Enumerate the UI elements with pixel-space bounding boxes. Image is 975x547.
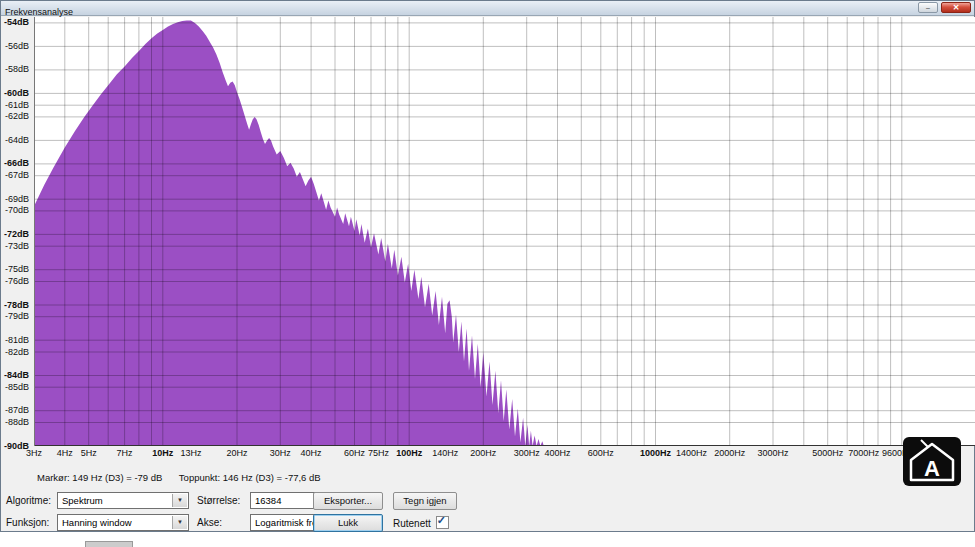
- status-bar: Markør: 149 Hz (D3) = -79 dB Toppunkt: 1…: [37, 472, 335, 483]
- grid-checkbox-group: Rutenett✓: [393, 516, 449, 529]
- x-tick-label: 2000Hz: [714, 448, 745, 458]
- function-select[interactable]: Hanning window ▼: [57, 514, 189, 531]
- x-tick-label: 7Hz: [117, 448, 133, 458]
- export-button[interactable]: Eksporter...: [313, 492, 383, 510]
- y-tick-label: -69dB: [5, 195, 29, 204]
- y-tick-label: -78dB: [4, 301, 29, 310]
- function-value: Hanning window: [58, 515, 188, 530]
- algorithm-value: Spektrum: [58, 493, 188, 508]
- close-dialog-button[interactable]: Lukk: [313, 514, 383, 532]
- y-tick-label: -70dB: [5, 206, 29, 215]
- y-tick-label: -62dB: [5, 112, 29, 121]
- frequency-analysis-dialog: Frekvensanalyse – ✕ -54dB-56dB-58dB-60dB…: [0, 0, 975, 532]
- redraw-button[interactable]: Tegn igjen: [393, 492, 457, 510]
- x-tick-label: 3000Hz: [757, 448, 788, 458]
- function-label: Funksjon:: [6, 517, 49, 528]
- cursor-readout: Markør: 149 Hz (D3) = -79 dB: [37, 472, 162, 483]
- y-tick-label: -60dB: [4, 89, 29, 98]
- y-tick-label: -54dB: [4, 18, 29, 27]
- x-tick-label: 75Hz: [368, 448, 389, 458]
- y-tick-label: -85dB: [5, 383, 29, 392]
- x-tick-label: 400Hz: [544, 448, 570, 458]
- taskbar-fragment: [85, 541, 133, 547]
- algorithm-label: Algoritme:: [6, 495, 51, 506]
- axis-type-label: Akse:: [197, 517, 222, 528]
- close-icon[interactable]: ✕: [941, 2, 971, 13]
- x-tick-label: 10Hz: [152, 448, 173, 458]
- x-tick-label: 7000Hz: [848, 448, 879, 458]
- y-tick-label: -88dB: [5, 418, 29, 427]
- x-tick-label: 13Hz: [180, 448, 201, 458]
- logo-overlay: A: [903, 437, 961, 486]
- y-tick-label: -87dB: [5, 406, 29, 415]
- x-tick-label: 5000Hz: [812, 448, 843, 458]
- x-tick-label: 4Hz: [57, 448, 73, 458]
- size-label: Størrelse:: [197, 495, 240, 506]
- x-tick-label: 20Hz: [226, 448, 247, 458]
- y-tick-label: -79dB: [5, 312, 29, 321]
- x-tick-label: 60Hz: [344, 448, 365, 458]
- x-tick-label: 200Hz: [470, 448, 496, 458]
- chevron-down-icon: ▼: [172, 494, 187, 507]
- y-tick-label: -84dB: [4, 371, 29, 380]
- grid-checkbox-label: Rutenett: [393, 518, 431, 529]
- y-tick-label: -76dB: [5, 277, 29, 286]
- y-tick-label: -81dB: [5, 336, 29, 345]
- x-tick-label: 3Hz: [26, 448, 42, 458]
- x-tick-label: 30Hz: [270, 448, 291, 458]
- x-tick-label: 1000Hz: [640, 448, 671, 458]
- algorithm-select[interactable]: Spektrum ▼: [57, 492, 189, 509]
- spectrum-chart[interactable]: [34, 17, 975, 446]
- y-tick-label: -82dB: [5, 348, 29, 357]
- house-icon: A: [903, 437, 961, 486]
- y-tick-label: -64dB: [5, 136, 29, 145]
- x-axis-labels: 3Hz4Hz5Hz7Hz10Hz13Hz20Hz30Hz40Hz60Hz75Hz…: [34, 448, 975, 460]
- window-titlebar[interactable]: Frekvensanalyse – ✕: [1, 1, 974, 16]
- y-tick-label: -66dB: [4, 159, 29, 168]
- x-tick-label: 40Hz: [301, 448, 322, 458]
- minimize-button[interactable]: –: [918, 2, 938, 13]
- x-tick-label: 100Hz: [396, 448, 422, 458]
- chevron-down-icon: ▼: [172, 516, 187, 529]
- y-axis-labels: -54dB-56dB-58dB-60dB-61dB-62dB-64dB-66dB…: [1, 17, 31, 446]
- x-tick-label: 300Hz: [514, 448, 540, 458]
- y-tick-label: -73dB: [5, 242, 29, 251]
- y-tick-label: -67dB: [5, 171, 29, 180]
- x-tick-label: 600Hz: [588, 448, 614, 458]
- y-tick-label: -72dB: [4, 230, 29, 239]
- x-tick-label: 1400Hz: [676, 448, 707, 458]
- desktop-strip: [0, 532, 975, 547]
- y-tick-label: -56dB: [5, 42, 29, 51]
- grid-checkbox[interactable]: ✓: [436, 516, 449, 529]
- x-tick-label: 140Hz: [432, 448, 458, 458]
- peak-readout: Toppunkt: 146 Hz (D3) = -77,6 dB: [179, 472, 321, 483]
- x-tick-label: 5Hz: [81, 448, 97, 458]
- check-icon: ✓: [437, 514, 446, 527]
- y-tick-label: -61dB: [5, 101, 29, 110]
- logo-letter: A: [924, 456, 940, 481]
- spectrum-area: [34, 17, 975, 446]
- y-tick-label: -75dB: [5, 265, 29, 274]
- y-tick-label: -58dB: [5, 65, 29, 74]
